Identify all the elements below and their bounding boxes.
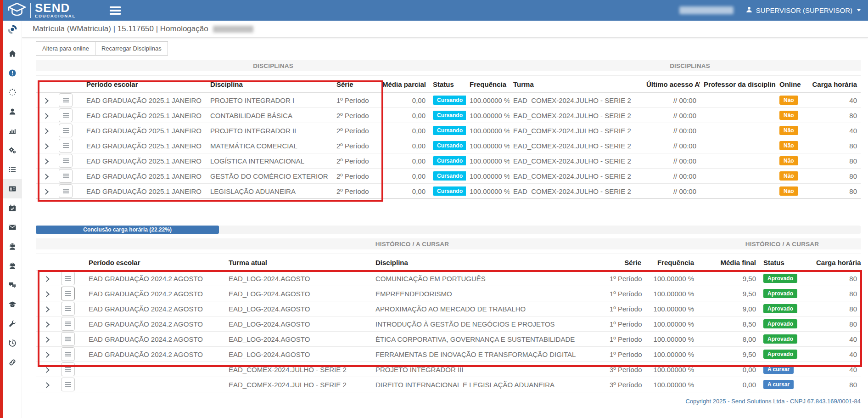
cell-text: EAD GRADUAÇÃO 2025.1 JANEIRO: [86, 142, 202, 150]
menu-lines-icon: [63, 115, 69, 116]
cell-text: 8,00: [743, 335, 756, 343]
sidebar-item-list-icon[interactable]: [0, 160, 22, 179]
cell-frequencia: 100.00000 %: [645, 332, 698, 347]
menu-lines-icon: [65, 369, 71, 370]
row-menu-button[interactable]: [59, 139, 73, 153]
app-logo[interactable]: [0, 21, 22, 38]
sidebar-item-alert-icon[interactable]: [0, 63, 22, 83]
sidebar-toggle-hamburger-icon[interactable]: [110, 6, 121, 15]
cell-text: EAD GRADUAÇÃO 2024.2 AGOSTO: [89, 305, 203, 313]
toolbar-button-altera-para-online[interactable]: Altera para online: [36, 41, 95, 56]
chevron-right-icon[interactable]: [44, 337, 50, 343]
cell-periodo-escolar: EAD GRADUAÇÃO 2025.1 JANEIRO: [83, 138, 207, 153]
status-badge: Aprovado: [763, 289, 797, 298]
cell-status: Aprovado: [760, 301, 812, 316]
cell-ultimo-acesso-ava: // 00:00: [643, 138, 700, 153]
status-badge: Aprovado: [763, 334, 797, 344]
cell-professor: [700, 138, 776, 153]
chevron-right-icon[interactable]: [44, 367, 50, 373]
chevron-right-icon[interactable]: [44, 352, 50, 358]
chevron-right-icon[interactable]: [44, 306, 50, 312]
cell-text: 100.00000 %: [654, 305, 694, 313]
cell-text: GESTÃO DO COMÉRCIO EXTERIOR: [210, 172, 328, 180]
table-row: EAD GRADUAÇÃO 2025.1 JANEIROGESTÃO DO CO…: [36, 169, 861, 184]
cell-online: Não: [776, 153, 808, 169]
sidebar-item-link-icon[interactable]: [0, 353, 22, 372]
chevron-right-icon[interactable]: [44, 276, 50, 282]
column-header-frequencia: Frequência: [466, 76, 510, 93]
cell-carga-horaria: 80: [808, 184, 861, 199]
sidebar-item-headset-icon[interactable]: [0, 237, 22, 256]
sidebar-item-headset-icon[interactable]: [0, 256, 22, 276]
row-menu-button[interactable]: [61, 271, 75, 285]
cell-media-parcial: 0,00: [379, 108, 429, 123]
sidebar-item-wrench-icon[interactable]: [0, 314, 22, 333]
cell-carga-horaria: 80: [808, 153, 861, 169]
chevron-right-icon[interactable]: [43, 189, 49, 195]
cell-text: 9,50: [743, 275, 756, 282]
row-menu-button[interactable]: [59, 184, 73, 198]
row-menu-button[interactable]: [61, 317, 75, 331]
row-menu-button[interactable]: [61, 378, 75, 391]
sidebar-item-chat-icon[interactable]: [0, 276, 22, 295]
cell-periodo-escolar: EAD GRADUAÇÃO 2024.2 AGOSTO: [85, 286, 225, 301]
row-menu-button[interactable]: [61, 347, 75, 361]
cell-disciplina: MATEMÁTICA COMERCIAL: [207, 138, 333, 153]
row-menu-button[interactable]: [59, 93, 73, 107]
row-menu-button[interactable]: [61, 302, 75, 316]
panel-title: HISTÓRICO / A CURSAR: [745, 241, 819, 248]
chevron-right-icon[interactable]: [43, 98, 49, 104]
cell-text: EAD GRADUAÇÃO 2025.1 JANEIRO: [86, 96, 202, 104]
chevron-right-icon[interactable]: [43, 113, 49, 119]
sidebar-item-id-card-icon[interactable]: [0, 179, 22, 198]
sidebar-item-graduation-cap-icon[interactable]: [0, 295, 22, 314]
sidebar-item-loader-icon[interactable]: [0, 83, 22, 102]
row-menu-button[interactable]: [61, 332, 75, 346]
sidebar-item-bar-chart-icon[interactable]: [0, 121, 22, 141]
row-menu-button[interactable]: [59, 108, 73, 122]
cell-text: 3º Período: [610, 366, 642, 373]
row-menu-button[interactable]: [61, 362, 75, 376]
row-menu-button[interactable]: [59, 154, 73, 168]
status-badge: Cursando: [433, 171, 466, 181]
cell-text: EAD GRADUAÇÃO 2025.1 JANEIRO: [86, 157, 202, 165]
toolbar-button-recarregar-disciplinas[interactable]: Recarregar Disciplinas: [95, 41, 168, 56]
cell-periodo-escolar: EAD GRADUAÇÃO 2025.1 JANEIRO: [83, 184, 207, 199]
sidebar-item-calendar-check-icon[interactable]: [0, 198, 22, 218]
column-header-serie: Série: [606, 254, 645, 271]
cell-frequencia: 100.00000 %: [466, 184, 510, 199]
cell-text: PROJETO INTEGRADOR II: [210, 127, 296, 135]
chevron-right-icon[interactable]: [44, 382, 50, 388]
cell-carga-horaria: 40: [812, 332, 861, 347]
column-header-empty: [36, 76, 55, 93]
chevron-right-icon[interactable]: [44, 322, 50, 328]
sidebar-item-envelope-icon[interactable]: [0, 218, 22, 237]
menu-lines-icon: [65, 354, 71, 355]
user-menu[interactable]: SUPERVISOR (SUPERVISOR): [745, 6, 861, 15]
cell-text: // 00:00: [673, 157, 696, 165]
cell-text: EAD_LOG-2024.AGOSTO: [229, 350, 310, 358]
chevron-right-icon[interactable]: [43, 158, 49, 164]
sidebar-item-gears-icon[interactable]: [0, 141, 22, 160]
cell-disciplina: INTRODUÇÃO À GESTÃO DE NEGÓCIOS E PROJET…: [372, 316, 606, 332]
chevron-right-icon[interactable]: [43, 128, 49, 134]
cell-text: EAD GRADUAÇÃO 2025.1 JANEIRO: [86, 112, 202, 119]
cell-turma: EAD_COMEX-2024.JULHO - SERIE 2: [510, 93, 643, 108]
row-menu-button[interactable]: [59, 124, 73, 137]
cell-text: 8,50: [743, 320, 756, 328]
row-menu-button[interactable]: [59, 169, 73, 183]
chevron-right-icon[interactable]: [44, 291, 50, 297]
row-menu-button[interactable]: [61, 287, 75, 300]
cell-text: 100.00000 %: [654, 381, 694, 389]
cell-text: 80: [849, 142, 857, 150]
cell-menu: [55, 93, 83, 108]
cell-media-parcial: 0,00: [379, 93, 429, 108]
chevron-right-icon[interactable]: [43, 174, 49, 180]
sidebar-item-history-icon[interactable]: [0, 333, 22, 353]
sidebar-item-user-icon[interactable]: [0, 102, 22, 121]
chevron-right-icon[interactable]: [43, 143, 49, 149]
status-badge: Cursando: [433, 156, 466, 165]
cell-text: EAD_COMEX-2024.JULHO - SERIE 2: [513, 187, 631, 195]
sidebar-item-home-icon[interactable]: [0, 44, 22, 63]
cell-text: EAD_COMEX-2024.JULHO - SERIE 2: [229, 381, 347, 389]
